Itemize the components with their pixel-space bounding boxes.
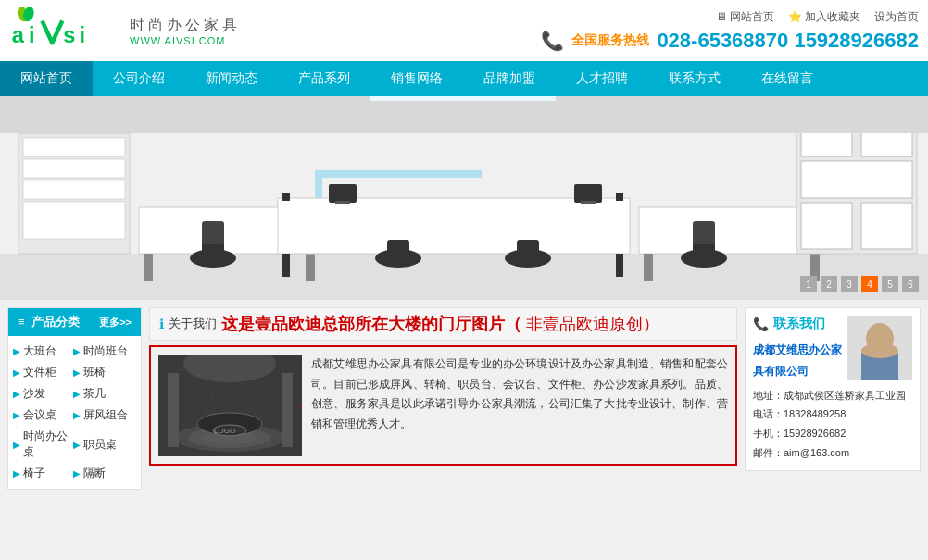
star-icon: ⭐ bbox=[788, 10, 802, 23]
sidebar-row-1: ▶大班台 ▶时尚班台 bbox=[13, 341, 136, 362]
arrow-icon: ▶ bbox=[13, 468, 20, 479]
contact-icon: 📞 bbox=[753, 317, 769, 331]
svg-rect-33 bbox=[517, 240, 539, 263]
sidebar-item-pingfeng[interactable]: ▶屏风组合 bbox=[73, 407, 129, 423]
sidebar-item-shafa[interactable]: ▶沙发 bbox=[13, 386, 69, 402]
favorite-link[interactable]: ⭐ 加入收藏夹 bbox=[788, 9, 860, 25]
nav-item-contact[interactable]: 联系方式 bbox=[648, 61, 741, 96]
svg-rect-41 bbox=[801, 203, 852, 249]
svg-rect-46 bbox=[581, 201, 596, 204]
nav-item-hr[interactable]: 人才招聘 bbox=[556, 61, 648, 96]
banner-pagination: 1 2 3 4 5 6 bbox=[800, 276, 919, 292]
sidebar-row-6: ▶椅子 ▶隔断 bbox=[13, 463, 136, 484]
header-top-links: 🖥 网站首页 ⭐ 加入收藏夹 设为首页 bbox=[716, 9, 919, 25]
logo-image: a i s i bbox=[9, 7, 120, 54]
logo-company-name: 时尚办公家具 bbox=[130, 16, 241, 35]
svg-rect-47 bbox=[0, 96, 928, 133]
page-dot-5[interactable]: 5 bbox=[882, 276, 898, 292]
sidebar-item-chaji[interactable]: ▶茶几 bbox=[73, 386, 129, 402]
sidebar-row-3: ▶沙发 ▶茶几 bbox=[13, 383, 136, 404]
svg-rect-31 bbox=[387, 240, 409, 263]
svg-rect-12 bbox=[23, 180, 125, 199]
svg-text:LOGO: LOGO bbox=[214, 427, 235, 435]
page-dot-3[interactable]: 3 bbox=[841, 276, 858, 292]
sidebar-item-wenjianggui[interactable]: ▶文件柜 bbox=[13, 365, 69, 380]
contact-box: 📞 联系我们 成都艾维思办公家具有限公司 地址：成都武侯区莲桥家具工业园 电话：… bbox=[745, 307, 921, 471]
page-dot-2[interactable]: 2 bbox=[821, 276, 837, 292]
sidebar-item-banyii[interactable]: ▶班椅 bbox=[73, 365, 129, 380]
logo-url: WWW.AIVSI.COM bbox=[130, 35, 241, 46]
set-home-link[interactable]: 设为首页 bbox=[874, 9, 919, 25]
home-link[interactable]: 🖥 网站首页 bbox=[716, 9, 774, 25]
arrow-icon: ▶ bbox=[73, 440, 81, 450]
arrow-icon: ▶ bbox=[13, 440, 20, 450]
monitor-icon: 🖥 bbox=[716, 10, 727, 23]
svg-rect-45 bbox=[574, 184, 602, 203]
sidebar-item-shishangbangongzhuo[interactable]: ▶时尚办公桌 bbox=[13, 429, 69, 460]
contact-header: 📞 联系我们 bbox=[753, 316, 843, 332]
page-dot-4[interactable]: 4 bbox=[861, 276, 878, 292]
sidebar-header: ≡ 产品分类 更多>> bbox=[8, 308, 141, 336]
right-panel: 📞 联系我们 成都艾维思办公家具有限公司 地址：成都武侯区莲桥家具工业园 电话：… bbox=[745, 307, 921, 490]
sidebar-item-dabantai[interactable]: ▶大班台 bbox=[13, 343, 69, 359]
logo-area: a i s i 时尚办公家具 WWW.AIVSI.COM bbox=[9, 7, 241, 54]
header: a i s i 时尚办公家具 WWW.AIVSI.COM 🖥 网站首页 ⭐ 加入… bbox=[0, 0, 928, 61]
nav-item-news[interactable]: 新闻动态 bbox=[185, 61, 278, 96]
svg-rect-16 bbox=[306, 254, 315, 281]
hotline-label: 全国服务热线 bbox=[571, 32, 649, 49]
sidebar-item-yizi[interactable]: ▶椅子 bbox=[13, 466, 69, 481]
main-content: ≡ 产品分类 更多>> ▶大班台 ▶时尚班台 ▶文件柜 ▶班椅 ▶沙发 ▶茶几 … bbox=[0, 300, 928, 490]
nav-item-message[interactable]: 在线留言 bbox=[741, 61, 834, 96]
nav-item-sales[interactable]: 销售网络 bbox=[370, 61, 463, 96]
svg-rect-15 bbox=[144, 254, 153, 281]
sidebar-item-gedu[interactable]: ▶隔断 bbox=[73, 466, 129, 481]
svg-rect-57 bbox=[168, 373, 179, 447]
contact-avatar bbox=[847, 316, 912, 380]
contact-address: 地址：成都武侯区莲桥家具工业园 bbox=[753, 386, 912, 405]
avatar-svg bbox=[847, 316, 912, 380]
svg-rect-18 bbox=[315, 170, 482, 178]
sidebar-item-zhiyuanzhuo[interactable]: ▶职员桌 bbox=[73, 429, 129, 460]
svg-rect-23 bbox=[616, 193, 623, 201]
contact-mobile: 手机：15928926682 bbox=[753, 424, 912, 443]
banner: 1 2 3 4 5 6 bbox=[0, 96, 928, 300]
arrow-icon: ▶ bbox=[73, 410, 81, 420]
svg-rect-29 bbox=[202, 221, 224, 244]
sidebar-row-4: ▶会议桌 ▶屏风组合 bbox=[13, 404, 136, 426]
header-right: 🖥 网站首页 ⭐ 加入收藏夹 设为首页 📞 全国服务热线 028-6536887… bbox=[541, 9, 919, 53]
arrow-icon: ▶ bbox=[73, 389, 81, 399]
nav-item-products[interactable]: 产品系列 bbox=[278, 61, 370, 96]
arrow-icon: ▶ bbox=[73, 346, 81, 356]
building-svg: LOGO bbox=[158, 355, 302, 456]
arrow-icon: ▶ bbox=[13, 410, 20, 420]
hotline-numbers: 028-65368870 15928926682 bbox=[657, 29, 919, 53]
page-dot-1[interactable]: 1 bbox=[800, 276, 817, 292]
nav-item-about[interactable]: 公司介绍 bbox=[93, 61, 185, 96]
svg-rect-10 bbox=[23, 138, 125, 156]
list-icon: ≡ bbox=[18, 315, 25, 329]
phone-icon: 📞 bbox=[541, 30, 564, 52]
sidebar-item-shishangbantai[interactable]: ▶时尚班台 bbox=[73, 343, 129, 359]
about-title-main: 这是壹品欧迪总部所在大楼的门厅图片（ bbox=[221, 313, 521, 335]
sidebar-row-5: ▶时尚办公桌 ▶职员桌 bbox=[13, 426, 136, 463]
hotline-area: 📞 全国服务热线 028-65368870 15928926682 bbox=[541, 29, 919, 53]
banner-svg bbox=[0, 96, 928, 300]
svg-rect-11 bbox=[23, 159, 125, 178]
svg-rect-13 bbox=[23, 202, 125, 239]
svg-rect-19 bbox=[278, 198, 630, 254]
svg-rect-25 bbox=[644, 254, 653, 281]
sidebar-more-link[interactable]: 更多>> bbox=[99, 316, 132, 330]
about-tab-label: 关于我们 bbox=[169, 316, 217, 332]
sidebar-items: ▶大班台 ▶时尚班台 ▶文件柜 ▶班椅 ▶沙发 ▶茶几 ▶会议桌 ▶屏风组合 ▶… bbox=[8, 336, 141, 489]
svg-text:a: a bbox=[12, 23, 25, 47]
nav-item-brand[interactable]: 品牌加盟 bbox=[463, 61, 556, 96]
page-dot-6[interactable]: 6 bbox=[902, 276, 919, 292]
sidebar-row-2: ▶文件柜 ▶班椅 bbox=[13, 362, 136, 383]
arrow-icon: ▶ bbox=[13, 389, 20, 399]
arrow-icon: ▶ bbox=[13, 367, 20, 378]
nav-item-home[interactable]: 网站首页 bbox=[0, 61, 93, 96]
sidebar-item-huiyizhuo[interactable]: ▶会议桌 bbox=[13, 407, 69, 423]
about-header: ℹ 关于我们 这是壹品欧迪总部所在大楼的门厅图片（ 非壹品欧迪原创） bbox=[149, 307, 737, 341]
svg-point-64 bbox=[861, 343, 898, 358]
about-title-red: 非壹品欧迪原创） bbox=[526, 313, 659, 335]
